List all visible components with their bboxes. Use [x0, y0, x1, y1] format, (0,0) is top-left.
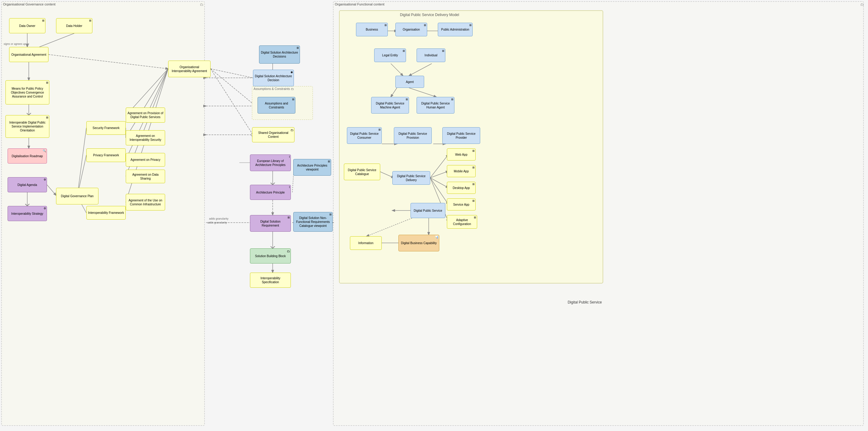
node-icon: ⊞ — [403, 50, 405, 53]
node-icon: Ⅰ — [289, 155, 290, 159]
data-owner-node: ⊞ Data Owner — [9, 18, 45, 33]
interoperability-strategy-node: ⚙ Interoperability Strategy — [7, 206, 47, 221]
privacy-framework-node: Privacy Framework — [86, 148, 126, 162]
node-icon: ⊞ — [472, 149, 475, 153]
ds-arch-decision-node: ◉ Digital Solution Architecture Decision — [253, 70, 294, 86]
digital-public-service-label-right: Digital Public Service — [557, 300, 612, 305]
node-icon: ⊞ — [329, 213, 332, 217]
interoperability-spec-node: Interoperability Specification — [250, 273, 291, 288]
node-icon: ⊞ — [472, 199, 475, 203]
dps-provider-node: Digital Public Service Provider — [442, 127, 480, 144]
svg-line-9 — [47, 185, 56, 195]
left-panel-folder-icon: 🗀 — [200, 2, 204, 7]
digital-business-cap-node: 📊 Digital Business Capability — [398, 235, 439, 251]
delivery-model-title: Digital Public Service Delivery Model — [400, 13, 459, 17]
svg-line-47 — [430, 154, 448, 178]
node-icon: ⊞ — [384, 24, 387, 27]
node-icon: ⊞ — [46, 81, 49, 85]
node-icon: ⊞ — [406, 98, 408, 101]
agreement-data-sharing-node: Agreement on Data Sharing — [126, 170, 165, 183]
node-icon: ⊞ — [287, 216, 290, 220]
node-icon: ⊞ — [328, 160, 330, 163]
node-icon: ⊞ — [474, 216, 476, 220]
node-icon: 🗀 — [287, 249, 290, 253]
svg-line-55 — [367, 218, 412, 236]
public-admin-node: ⊞ Public Administration — [438, 23, 473, 36]
node-icon: 🗀 — [290, 128, 293, 132]
node-icon: ◉ — [290, 70, 293, 74]
business-node: ⊞ Business — [356, 23, 388, 36]
svg-line-11 — [77, 128, 86, 196]
shared-org-content-node: 🗀 Shared Organisational Content — [252, 127, 294, 142]
node-icon: ⚙ — [43, 207, 46, 211]
means-public-policy-node: ⊞ Means for Public Policy Objectives Con… — [5, 80, 50, 104]
agreement-provision-node: Agreement on Provision of Digital Public… — [126, 107, 165, 123]
adds-granularity-left-label: adds granularity — [208, 221, 227, 224]
individual-node: ⊞ Individual — [416, 49, 445, 62]
node-icon: 📊 — [435, 236, 438, 239]
organisation-node: ⊞ Organisation — [395, 23, 427, 36]
node-icon: ⊞ — [42, 19, 44, 23]
node-icon: ⊞ — [424, 24, 426, 27]
digital-agenda-node: ⚙ Digital Agenda — [7, 177, 47, 192]
svg-text:adds granularity: adds granularity — [209, 217, 229, 220]
svg-line-21 — [49, 55, 168, 69]
desktop-app-node: ⊞ Desktop App — [447, 182, 476, 194]
digital-solution-req-node: ⊞ Digital Solution Requirement — [250, 215, 291, 232]
svg-line-49 — [430, 178, 448, 188]
org-agreement-node: Organisational Agreement — [9, 47, 49, 62]
ds-arch-decisions-node: ⊞ Digital Solution Architecture Decision… — [259, 45, 300, 64]
svg-line-5 — [39, 33, 74, 47]
node-icon: ⊞ — [472, 183, 475, 186]
main-canvas: adds granularity signs or agrees upon Or… — [0, 0, 868, 431]
svg-line-24 — [211, 69, 252, 103]
agent-node: Agent — [395, 76, 424, 88]
svg-line-42 — [391, 88, 397, 97]
dps-delivery-node: Digital Public Service Delivery — [392, 171, 430, 185]
digital-solution-nfr-node: ⊞ Digital Solution Non-Functional Requir… — [293, 212, 333, 232]
node-icon: ⊞ — [472, 166, 475, 170]
node-icon: ⊞ — [451, 98, 454, 101]
dps-provision-node: Digital Public Service Provision — [394, 127, 432, 144]
svg-line-41 — [409, 64, 432, 76]
arch-principles-viewpoint-node: ⊞ Architecture Principles viewpoint — [293, 159, 331, 176]
node-icon: ⊞ — [297, 47, 299, 50]
legal-entity-node: ⊞ Legal Entity — [374, 49, 406, 62]
org-interop-agreement-node: Organisational Interoperability Agreemen… — [168, 61, 211, 77]
assumptions-constraints-node: ⊞ Assumptions and Constraints — [257, 97, 296, 114]
mobile-app-node: ⊞ Mobile App — [447, 165, 476, 177]
architecture-principle-node: Ⅰ Architecture Principle — [250, 185, 291, 200]
svg-line-22 — [211, 69, 253, 78]
assumptions-panel-title: Assumptions & Constraints 🗀 — [254, 87, 294, 91]
right-panel-title: Organisational Functional content — [335, 2, 384, 6]
digitalisation-roadmap-node: 🔍 Digitalisation Roadmap — [7, 148, 47, 163]
agreement-common-infra-node: Agreement of the Use on Common Infrastru… — [126, 194, 165, 211]
svg-line-40 — [391, 64, 403, 76]
node-icon: ⊞ — [46, 116, 49, 120]
adaptive-config-node: ⊞ Adaptive Configuration — [447, 215, 477, 229]
interoperable-digital-node: ⊞ Interoperable Digital Public Service I… — [5, 115, 50, 138]
node-icon: ⚙ — [43, 178, 46, 182]
dps-catalogue-node: Digital Public Service Catalogue — [344, 163, 380, 180]
svg-line-43 — [409, 88, 436, 97]
svg-line-50 — [430, 178, 448, 205]
dps-consumer-node: ⊞ Digital Public Service Consumer — [347, 127, 382, 144]
node-icon: ⊞ — [378, 128, 381, 132]
agreement-privacy-node: Agreement on Privacy — [126, 153, 165, 166]
service-app-node: ⊞ Service App — [447, 198, 476, 211]
dps-machine-agent-node: ⊞ Digital Public Service Machine Agent — [371, 97, 409, 114]
svg-line-46 — [380, 172, 394, 178]
european-library-node: Ⅰ European Library of Architecture Princ… — [250, 154, 291, 171]
solution-building-block-node: 🗀 Solution Building Block — [250, 248, 291, 264]
svg-line-17 — [126, 69, 168, 138]
interoperability-framework-node: Interoperability Framework — [86, 206, 126, 220]
svg-text:signs or agrees upon: signs or agrees upon — [4, 42, 29, 45]
right-panel-folder-icon: 🗀 — [861, 2, 864, 7]
node-icon: 🔍 — [43, 149, 46, 153]
node-icon: Ⅰ — [289, 186, 290, 189]
agreement-int-security-node: Agreement on Interoperability Security — [126, 130, 165, 145]
node-icon: ⊞ — [442, 50, 444, 53]
digital-governance-plan-node: Digital Governance Plan — [56, 188, 98, 205]
security-framework-node: Security Framework — [86, 121, 126, 135]
left-panel-title: Organisational Governance content — [3, 2, 56, 6]
